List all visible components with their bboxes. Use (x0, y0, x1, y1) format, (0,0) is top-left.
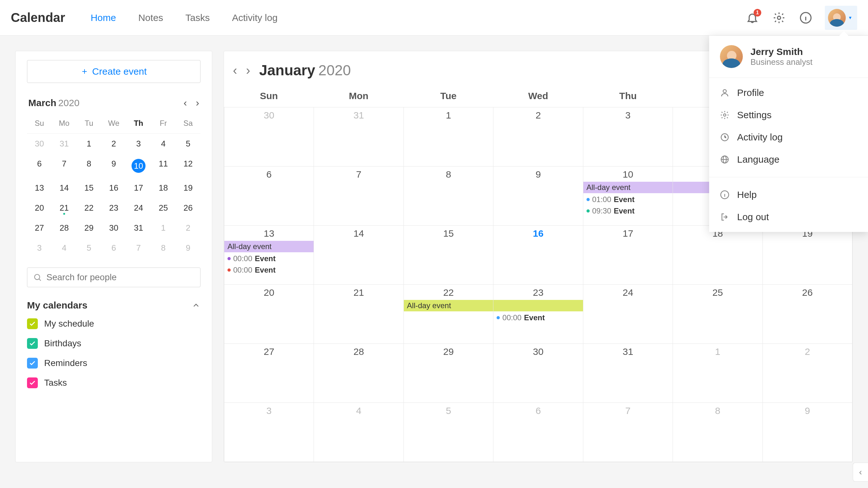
mini-day[interactable]: 24 (126, 198, 151, 218)
dropdown-item-log-out[interactable]: Log out (709, 206, 868, 228)
day-cell[interactable]: 31 (583, 344, 673, 403)
mini-day[interactable]: 23 (101, 198, 126, 218)
mini-day[interactable]: 3 (126, 134, 151, 154)
mini-day[interactable]: 5 (176, 134, 200, 154)
day-cell[interactable]: 5 (404, 403, 493, 462)
day-cell[interactable]: 30 (224, 108, 314, 166)
my-calendars-header[interactable]: My calendars (27, 300, 200, 311)
mini-day[interactable]: 6 (101, 238, 126, 258)
day-cell[interactable]: 8 (404, 166, 493, 225)
dropdown-item-language[interactable]: Language (709, 148, 868, 171)
day-cell[interactable]: 1 (404, 108, 493, 166)
mini-day[interactable]: 30 (27, 134, 52, 154)
search-input[interactable] (46, 272, 194, 282)
day-cell[interactable]: 31 (314, 108, 403, 166)
day-cell[interactable]: 1 (673, 344, 763, 403)
timed-event[interactable]: 09:30Event (583, 206, 673, 216)
notifications-button[interactable]: 1 (745, 10, 760, 25)
day-cell[interactable]: 21 (314, 285, 403, 344)
nav-item-activity-log[interactable]: Activity log (232, 8, 277, 27)
mini-day[interactable]: 31 (52, 134, 76, 154)
day-cell[interactable]: 30 (493, 344, 583, 403)
day-cell[interactable]: 15 (404, 225, 493, 285)
dropdown-item-profile[interactable]: Profile (709, 82, 868, 104)
timed-event[interactable]: 00:00Event (224, 253, 314, 264)
all-day-event[interactable]: All-day event (404, 300, 493, 311)
create-event-button[interactable]: Create event (27, 60, 200, 83)
day-cell[interactable]: 7 (583, 403, 673, 462)
day-cell[interactable]: 7 (314, 166, 403, 225)
cal-prev[interactable]: ‹ (233, 63, 237, 78)
calendar-item-my-schedule[interactable]: My schedule (27, 318, 200, 329)
settings-button[interactable] (771, 10, 787, 25)
mini-day[interactable]: 30 (101, 218, 126, 238)
day-cell[interactable]: 9 (493, 166, 583, 225)
day-cell[interactable]: 18 (673, 225, 763, 285)
day-cell[interactable]: 8 (673, 403, 763, 462)
mini-day[interactable]: 20 (27, 198, 52, 218)
mini-day[interactable]: 16 (101, 178, 126, 198)
mini-day[interactable]: 3 (27, 238, 52, 258)
day-cell[interactable]: 29 (404, 344, 493, 403)
calendar-item-birthdays[interactable]: Birthdays (27, 338, 200, 349)
user-menu-button[interactable]: ▾ (825, 6, 857, 30)
mini-day[interactable]: 31 (126, 218, 151, 238)
mini-day[interactable]: 7 (126, 238, 151, 258)
timed-event[interactable]: 00:00Event (493, 313, 583, 323)
mini-day[interactable]: 2 (101, 134, 126, 154)
mini-cal-next[interactable]: › (196, 97, 199, 109)
day-cell[interactable]: 16 (493, 225, 583, 285)
search-box[interactable] (27, 268, 200, 287)
day-cell[interactable]: 4 (314, 403, 403, 462)
timed-event[interactable]: 00:00Event (224, 265, 314, 275)
calendar-item-tasks[interactable]: Tasks (27, 377, 200, 388)
checkbox[interactable] (27, 358, 38, 369)
mini-day[interactable]: 18 (151, 178, 176, 198)
day-cell[interactable]: 3 (583, 108, 673, 166)
info-button[interactable] (798, 10, 813, 25)
nav-item-tasks[interactable]: Tasks (186, 8, 210, 27)
nav-item-home[interactable]: Home (91, 8, 116, 27)
mini-day[interactable]: 25 (151, 198, 176, 218)
day-cell[interactable]: 17 (583, 225, 673, 285)
day-cell[interactable]: 14 (314, 225, 403, 285)
checkbox[interactable] (27, 318, 38, 329)
mini-day[interactable]: 9 (101, 154, 126, 178)
day-cell[interactable]: 24 (583, 285, 673, 344)
mini-day[interactable]: 12 (176, 154, 200, 178)
mini-day[interactable]: 11 (151, 154, 176, 178)
day-cell[interactable]: 6 (493, 403, 583, 462)
all-day-event[interactable]: All-day event (224, 241, 314, 252)
timed-event[interactable]: 01:00Event (583, 194, 673, 205)
mini-day[interactable]: 2 (176, 218, 200, 238)
mini-day[interactable]: 8 (76, 154, 101, 178)
mini-day[interactable]: 15 (76, 178, 101, 198)
checkbox[interactable] (27, 338, 38, 349)
mini-day[interactable]: 22 (76, 198, 101, 218)
day-cell[interactable]: 9 (763, 403, 852, 462)
mini-day[interactable]: 26 (176, 198, 200, 218)
day-cell[interactable]: 2 (493, 108, 583, 166)
calendar-item-reminders[interactable]: Reminders (27, 358, 200, 369)
collapse-panel-button[interactable]: ‹ (853, 463, 868, 482)
mini-day[interactable]: 10 (126, 154, 151, 178)
mini-day[interactable]: 19 (176, 178, 200, 198)
day-cell[interactable]: 23 00:00Event (493, 285, 583, 344)
day-cell[interactable]: 28 (314, 344, 403, 403)
mini-day[interactable]: 17 (126, 178, 151, 198)
day-cell[interactable]: 13All-day event00:00Event00:00Event (224, 225, 314, 285)
mini-day[interactable]: 6 (27, 154, 52, 178)
checkbox[interactable] (27, 377, 38, 388)
dropdown-item-help[interactable]: Help (709, 184, 868, 206)
mini-cal-prev[interactable]: ‹ (184, 97, 187, 109)
dropdown-item-settings[interactable]: Settings (709, 104, 868, 126)
day-cell[interactable]: 22All-day event (404, 285, 493, 344)
day-cell[interactable]: 19 (763, 225, 852, 285)
day-cell[interactable]: 20 (224, 285, 314, 344)
day-cell[interactable]: 2 (763, 344, 852, 403)
mini-day[interactable]: 27 (27, 218, 52, 238)
cal-next[interactable]: › (246, 63, 250, 78)
day-cell[interactable]: 10All-day event01:00Event09:30Event (583, 166, 673, 225)
day-cell[interactable]: 6 (224, 166, 314, 225)
day-cell[interactable]: 26 (763, 285, 852, 344)
